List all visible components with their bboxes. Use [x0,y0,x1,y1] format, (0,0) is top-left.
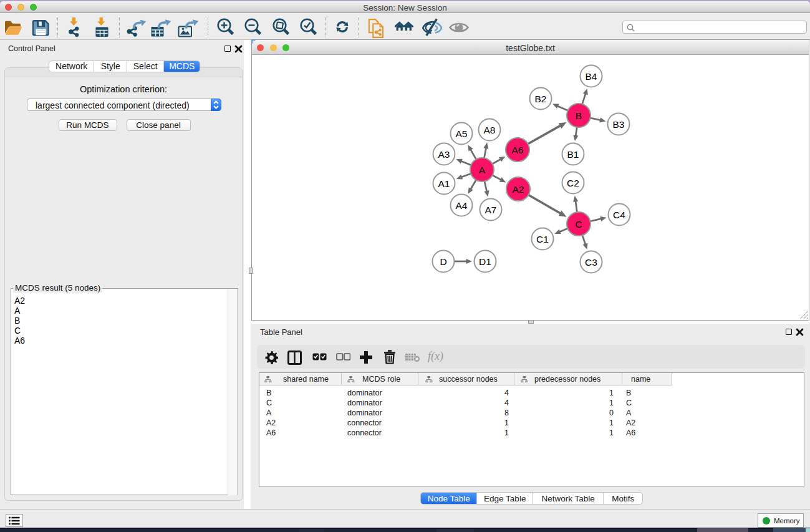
svg-text:A: A [479,164,486,175]
svg-text:C3: C3 [585,256,597,267]
svg-text:A3: A3 [438,148,450,159]
svg-text:A2: A2 [513,183,524,194]
svg-text:A5: A5 [456,128,468,138]
svg-text:C4: C4 [613,209,625,220]
svg-text:A6: A6 [512,144,524,155]
svg-text:C1: C1 [536,233,549,244]
svg-text:B3: B3 [613,118,625,129]
svg-text:A4: A4 [456,200,468,210]
svg-text:A1: A1 [438,178,450,188]
svg-text:A8: A8 [484,124,496,135]
svg-text:D1: D1 [479,256,491,266]
svg-text:B1: B1 [567,148,579,159]
svg-text:B2: B2 [535,93,547,104]
svg-text:B: B [576,110,582,120]
svg-text:D: D [440,256,446,266]
svg-text:C2: C2 [567,177,579,188]
svg-text:A7: A7 [485,204,497,215]
svg-text:B4: B4 [586,70,597,81]
svg-text:C: C [575,218,582,229]
